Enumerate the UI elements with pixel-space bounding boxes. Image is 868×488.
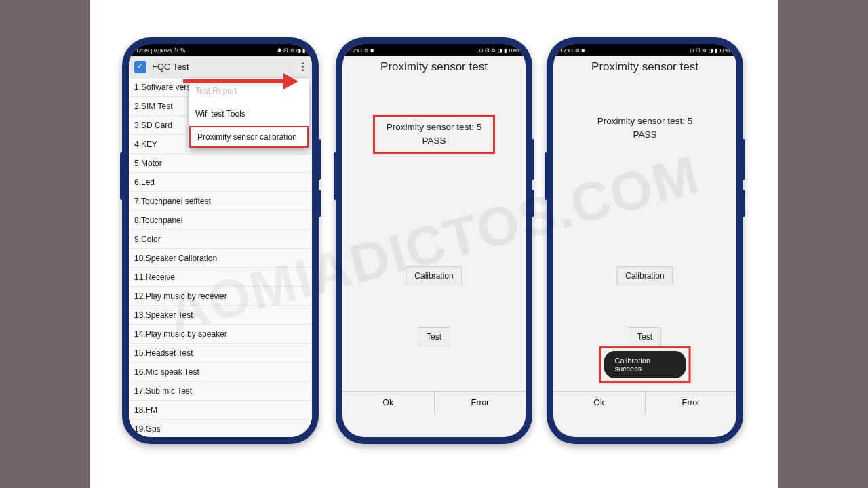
calibration-button[interactable]: Calibration — [406, 266, 462, 285]
list-item[interactable]: 9.Color — [129, 230, 312, 249]
footer-bar: Ok Error — [342, 391, 526, 414]
list-item[interactable]: 7.Touchpanel selftest — [129, 192, 312, 211]
menu-item-wifi-tools[interactable]: Wifi test Tools — [189, 102, 309, 125]
list-item[interactable]: 18.FM — [129, 401, 312, 420]
phone-side-button — [743, 190, 745, 217]
proximity-result: Proximity sensor test: 5 PASS — [373, 115, 495, 154]
proximity-test-screen: Proximity sensor test Proximity sensor t… — [553, 56, 736, 414]
proximity-result: Proximity sensor test: 5 PASS — [553, 115, 736, 142]
phone-mockup-1: 12:39 | 0,0kB/s ⏱ ✎ ✱ ⊡ ⊚ ◑ ▮ FQC Test 1… — [122, 37, 319, 444]
page-title: Proximity sensor test — [553, 56, 736, 81]
toast-calibration-success: Calibration success — [604, 351, 686, 378]
notch — [407, 44, 461, 55]
app-title: FQC Test — [152, 62, 298, 72]
phone-mockup-3: 12:41 ⊚ ■ ⊙ ⊡ ⊚ ◑ ▮ 11% Proximity sensor… — [547, 37, 743, 444]
list-item[interactable]: 10.Speaker Calibration — [129, 249, 312, 268]
screen-1: 12:39 | 0,0kB/s ⏱ ✎ ✱ ⊡ ⊚ ◑ ▮ FQC Test 1… — [129, 44, 312, 437]
list-item[interactable]: 5.Motor — [129, 154, 312, 173]
menu-item-test-report: Test Report — [189, 79, 309, 102]
list-item[interactable]: 13.Speaker Test — [129, 306, 312, 325]
page-title: Proximity sensor test — [342, 56, 526, 81]
list-item[interactable]: 6.Led — [129, 173, 312, 192]
result-line-2: PASS — [553, 128, 736, 142]
screen-3: 12:41 ⊚ ■ ⊙ ⊡ ⊚ ◑ ▮ 11% Proximity sensor… — [553, 44, 736, 437]
result-line-2: PASS — [378, 134, 490, 148]
status-right: ✱ ⊡ ⊚ ◑ ▮ — [277, 47, 305, 54]
ok-button[interactable]: Ok — [342, 392, 435, 414]
proximity-test-screen: Proximity sensor test Proximity sensor t… — [342, 56, 526, 414]
app-icon — [134, 61, 146, 73]
screen-2: 12:41 ⊚ ■ ⊙ ⊡ ⊚ ◑ ▮ 10% Proximity sensor… — [342, 44, 526, 437]
list-item[interactable]: 8.Touchpanel — [129, 211, 312, 230]
phone-side-button — [743, 139, 745, 180]
test-button[interactable]: Test — [418, 327, 450, 346]
phone-side-button — [334, 152, 336, 200]
list-item[interactable]: 16.Mic speak Test — [129, 363, 312, 382]
calibration-button[interactable]: Calibration — [616, 266, 673, 285]
phone-side-button — [532, 139, 534, 180]
overflow-menu: Test Report Wifi test Tools Proximity se… — [189, 79, 309, 148]
list-item[interactable]: 15.Headset Test — [129, 344, 312, 363]
error-button[interactable]: Error — [646, 392, 737, 414]
status-right: ⊙ ⊡ ⊚ ◑ ▮ 10% — [479, 47, 519, 54]
phone-side-button — [319, 139, 321, 180]
phone-side-button — [545, 152, 547, 200]
notch — [618, 44, 672, 55]
result-line-1: Proximity sensor test: 5 — [553, 115, 736, 128]
status-right: ⊙ ⊡ ⊚ ◑ ▮ 11% — [690, 47, 730, 54]
phone-side-button — [319, 190, 321, 217]
phone-mockup-2: 12:41 ⊚ ■ ⊙ ⊡ ⊚ ◑ ▮ 10% Proximity sensor… — [336, 37, 532, 444]
status-left: 12:39 | 0,0kB/s ⏱ ✎ — [136, 47, 186, 54]
status-left: 12:41 ⊚ ■ — [349, 47, 374, 54]
list-item[interactable]: 14.Play music by speaker — [129, 325, 312, 344]
error-button[interactable]: Error — [435, 392, 526, 414]
list-item[interactable]: 17.Sub mic Test — [129, 382, 312, 401]
notch — [193, 44, 248, 55]
test-button[interactable]: Test — [629, 327, 661, 346]
phone-side-button — [532, 190, 534, 217]
list-item[interactable]: 19.Gps — [129, 420, 312, 437]
list-item[interactable]: 11.Receive — [129, 268, 312, 287]
phone-side-button — [120, 152, 122, 200]
ok-button[interactable]: Ok — [553, 392, 646, 414]
overflow-menu-icon[interactable] — [298, 61, 307, 73]
title-bar: FQC Test — [129, 56, 312, 78]
footer-bar: Ok Error — [553, 391, 736, 414]
list-item[interactable]: 12.Play music by recevier — [129, 287, 312, 306]
result-line-1: Proximity sensor test: 5 — [378, 121, 490, 134]
menu-item-proximity-calibration[interactable]: Proximity sensor calibration — [189, 126, 309, 148]
toast-highlight: Calibration success — [599, 346, 691, 383]
status-left: 12:41 ⊚ ■ — [560, 47, 585, 54]
